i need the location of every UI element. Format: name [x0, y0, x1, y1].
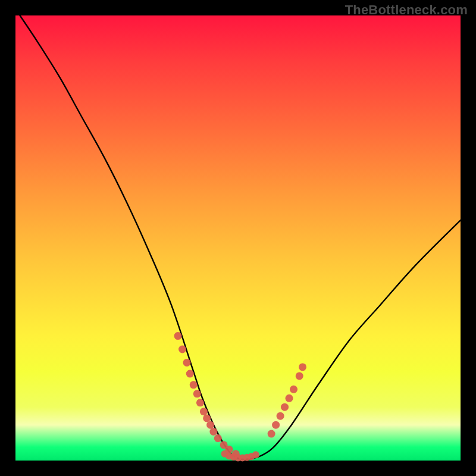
- fit-dot: [286, 394, 293, 402]
- chart-frame: TheBottleneck.com: [0, 0, 476, 476]
- fit-dot: [186, 370, 194, 378]
- fit-dot: [203, 414, 211, 422]
- fit-dot: [196, 399, 204, 406]
- chart-plot-area: [15, 15, 461, 461]
- fit-dot: [193, 390, 201, 397]
- fit-dot: [281, 403, 289, 411]
- fit-dot: [206, 421, 214, 429]
- fit-dot: [299, 363, 306, 371]
- fit-dot: [268, 430, 275, 438]
- fit-dot: [277, 412, 284, 420]
- fit-dot: [209, 428, 217, 436]
- bottleneck-curve: [20, 15, 461, 459]
- fit-dot: [174, 332, 182, 340]
- fit-dots-right: [268, 363, 306, 437]
- fit-dot: [272, 421, 280, 429]
- fit-dot: [178, 346, 186, 353]
- fit-dot: [214, 434, 222, 442]
- fit-dot: [290, 386, 298, 393]
- fit-dot: [200, 408, 208, 415]
- fit-dot: [252, 451, 259, 458]
- watermark-text: TheBottleneck.com: [345, 2, 468, 18]
- fit-dots-bottom: [221, 450, 259, 462]
- chart-svg: [15, 15, 461, 461]
- fit-dot: [190, 381, 198, 389]
- fit-dot: [296, 372, 303, 380]
- fit-dot: [183, 359, 191, 367]
- fit-dots-left: [174, 332, 240, 458]
